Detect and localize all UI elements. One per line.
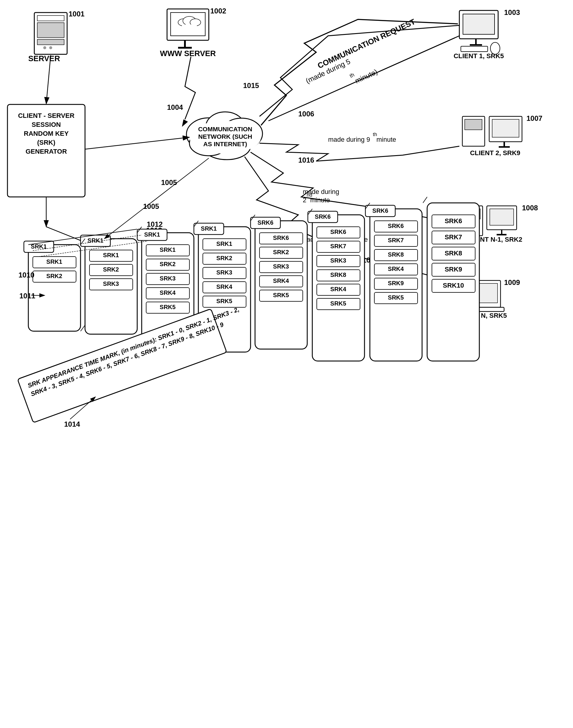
client1-label: CLIENT 1, SRK5 (454, 52, 504, 60)
svg-text:SRK7: SRK7 (388, 237, 404, 244)
svg-text:NETWORK (SUCH: NETWORK (SUCH (198, 133, 252, 140)
svg-text:2: 2 (303, 196, 306, 204)
svg-text:SRK3: SRK3 (216, 269, 232, 276)
svg-text:SRK7: SRK7 (330, 243, 346, 249)
svg-rect-25 (465, 119, 482, 130)
svg-text:SRK4: SRK4 (160, 290, 176, 296)
svg-text:SRK1: SRK1 (144, 231, 160, 238)
svg-text:SRK1: SRK1 (216, 241, 232, 247)
svg-text:SRK4: SRK4 (273, 277, 289, 284)
svg-text:SRK8: SRK8 (388, 251, 404, 258)
svg-text:SRK1: SRK1 (46, 258, 62, 265)
svg-text:SRK5: SRK5 (273, 292, 289, 298)
server-label: SERVER (28, 54, 60, 63)
svg-text:SRK2: SRK2 (103, 266, 119, 273)
svg-text:SRK10: SRK10 (443, 282, 464, 289)
svg-rect-34 (490, 209, 514, 225)
svg-text:SRK2: SRK2 (160, 261, 175, 267)
svg-text:SRK1: SRK1 (201, 225, 217, 232)
svg-text:SRK6: SRK6 (273, 235, 289, 241)
svg-text:1007: 1007 (526, 114, 542, 122)
svg-text:1004: 1004 (167, 103, 183, 111)
svg-rect-4 (37, 39, 64, 45)
svg-rect-14 (184, 40, 186, 47)
svg-text:SRK6: SRK6 (315, 213, 330, 220)
svg-text:SRK3: SRK3 (330, 257, 346, 264)
svg-text:1002: 1002 (210, 7, 226, 15)
svg-text:1014: 1014 (64, 420, 80, 428)
svg-text:SRK2: SRK2 (46, 273, 62, 279)
svg-text:SRK2: SRK2 (216, 255, 232, 261)
svg-rect-27 (492, 119, 519, 137)
svg-text:SRK1: SRK1 (103, 252, 119, 258)
www-server-label: WWW SERVER (160, 49, 216, 58)
svg-text:COMMUNICATION: COMMUNICATION (198, 125, 252, 133)
svg-point-6 (49, 46, 52, 49)
svg-text:AS INTERNET): AS INTERNET) (203, 141, 247, 147)
svg-text:1005: 1005 (161, 178, 177, 187)
svg-text:SRK5: SRK5 (330, 300, 346, 307)
svg-rect-20 (470, 44, 482, 46)
svg-text:CLIENT - SERVER: CLIENT - SERVER (18, 112, 74, 119)
svg-rect-2 (37, 15, 64, 21)
diagram-container: 1001 SERVER 1002 WWW SERVER 1003 CLIENT … (0, 0, 573, 728)
svg-text:made during 9: made during 9 (328, 136, 370, 143)
svg-text:SRK6: SRK6 (372, 207, 388, 214)
svg-text:SRK4: SRK4 (216, 283, 232, 290)
svg-rect-19 (475, 39, 477, 44)
svg-text:1016: 1016 (298, 156, 314, 164)
svg-text:SRK8: SRK8 (330, 271, 346, 278)
svg-rect-3 (37, 23, 64, 38)
svg-text:SRK2: SRK2 (273, 249, 289, 255)
svg-text:SRK9: SRK9 (445, 266, 462, 273)
svg-text:RANDOM KEY: RANDOM KEY (24, 130, 69, 137)
svg-text:minute: minute (310, 196, 330, 204)
svg-text:SRK3: SRK3 (160, 275, 175, 282)
svg-rect-29 (499, 146, 510, 148)
svg-point-5 (43, 46, 46, 49)
svg-text:SRK4: SRK4 (330, 286, 346, 293)
svg-rect-15 (178, 47, 192, 49)
svg-text:SRK8: SRK8 (445, 249, 462, 257)
svg-text:GENERATOR: GENERATOR (25, 148, 67, 155)
svg-text:SRK6: SRK6 (388, 222, 404, 229)
svg-text:SRK7: SRK7 (445, 233, 462, 241)
svg-text:1012: 1012 (147, 220, 163, 228)
svg-text:SRK6: SRK6 (330, 228, 346, 235)
svg-text:1011: 1011 (19, 292, 35, 300)
svg-text:SRK6: SRK6 (257, 219, 273, 226)
svg-rect-13 (182, 24, 197, 28)
svg-text:1010: 1010 (18, 271, 34, 279)
svg-rect-36 (497, 234, 507, 236)
svg-text:SRK3: SRK3 (273, 263, 289, 270)
svg-text:SRK5: SRK5 (160, 304, 175, 310)
svg-rect-21 (461, 46, 488, 52)
svg-text:SESSION: SESSION (32, 121, 61, 128)
svg-text:1005: 1005 (143, 202, 159, 210)
client2-label: CLIENT 2, SRK9 (470, 149, 521, 157)
svg-text:SRK6: SRK6 (445, 217, 462, 225)
svg-text:SRK1: SRK1 (160, 247, 175, 253)
svg-text:1001: 1001 (68, 10, 85, 18)
svg-text:1008: 1008 (522, 204, 538, 212)
svg-rect-18 (463, 14, 494, 34)
svg-text:1009: 1009 (504, 278, 520, 287)
svg-text:SRK9: SRK9 (388, 280, 404, 287)
svg-text:SRK3: SRK3 (103, 280, 119, 287)
svg-text:1006: 1006 (298, 110, 314, 118)
svg-text:1015: 1015 (243, 82, 259, 90)
svg-text:SRK5: SRK5 (388, 294, 404, 301)
svg-rect-35 (501, 230, 502, 234)
svg-text:minute: minute (376, 136, 396, 143)
svg-rect-28 (504, 142, 505, 146)
svg-text:SRK4: SRK4 (388, 266, 404, 272)
svg-text:1003: 1003 (504, 8, 520, 16)
svg-text:SRK1: SRK1 (88, 237, 103, 244)
svg-text:(SRK): (SRK) (37, 139, 55, 146)
svg-text:SRK5: SRK5 (216, 298, 232, 304)
